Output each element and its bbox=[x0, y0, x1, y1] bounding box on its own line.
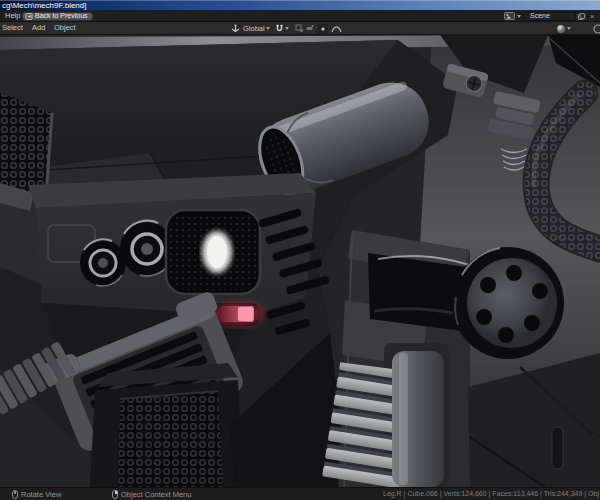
workspace-dropdown-caret[interactable] bbox=[517, 15, 521, 18]
snap-mode-icon bbox=[305, 24, 314, 33]
topbar: Help Back to Previous Scene bbox=[0, 10, 600, 22]
hint-object-context-menu: Object Context Menu bbox=[112, 488, 191, 500]
hint-rotate-view: Rotate View bbox=[12, 488, 61, 500]
mouse-middle-button-icon bbox=[12, 490, 18, 499]
clipped-icon bbox=[591, 24, 600, 34]
viewport-canvas[interactable] bbox=[0, 35, 600, 487]
menu-select[interactable]: Select bbox=[2, 22, 23, 34]
hint-context-label: Object Context Menu bbox=[121, 490, 191, 499]
orientation-label: Global bbox=[243, 23, 265, 35]
header-clipped-icon[interactable] bbox=[591, 24, 600, 34]
scene-name: Scene bbox=[530, 12, 550, 20]
window-titlebar[interactable]: cg\Mech\mech9F.blend] bbox=[0, 0, 600, 10]
workspace-icon[interactable] bbox=[504, 12, 515, 20]
mesh-light-panel bbox=[166, 210, 260, 294]
shading-widget[interactable] bbox=[556, 24, 574, 34]
falloff-curve-icon[interactable] bbox=[331, 24, 342, 33]
scene-selector: Scene × bbox=[504, 12, 596, 21]
window-title: cg\Mech\mech9F.blend] bbox=[2, 1, 87, 10]
back-arrow-icon bbox=[25, 13, 33, 20]
blender-window: cg\Mech\mech9F.blend] Help Back to Previ… bbox=[0, 0, 600, 500]
snap-toggle[interactable] bbox=[275, 24, 292, 34]
back-to-previous-button[interactable]: Back to Previous bbox=[22, 12, 93, 21]
honeycomb-box bbox=[90, 363, 243, 487]
new-scene-button[interactable] bbox=[576, 12, 588, 21]
magnet-icon bbox=[275, 24, 284, 33]
new-scene-icon bbox=[578, 13, 585, 20]
snap-target-icon bbox=[295, 24, 304, 33]
status-bar: Rotate View Object Context Menu Leg.R | … bbox=[0, 487, 600, 500]
scene-statistics: Leg.R | Cube.066 | Verts:124,660 | Faces… bbox=[383, 488, 599, 500]
scene-name-field[interactable]: Scene bbox=[524, 12, 576, 21]
proportional-editing-toggle[interactable] bbox=[317, 24, 328, 34]
shading-caret bbox=[567, 27, 571, 30]
viewport-header: Select Add Object Global bbox=[0, 22, 600, 35]
back-to-previous-label: Back to Previous bbox=[35, 12, 88, 20]
proportional-editing-widget bbox=[317, 24, 342, 34]
menu-object[interactable]: Object bbox=[54, 22, 76, 34]
orientation-caret bbox=[266, 27, 270, 30]
snap-caret bbox=[285, 27, 289, 30]
transform-orientation-widget[interactable]: Global bbox=[231, 24, 273, 34]
mouse-right-button-icon bbox=[112, 490, 118, 499]
transform-orientation-icon bbox=[231, 24, 240, 33]
hint-rotate-label: Rotate View bbox=[21, 490, 61, 499]
proportional-editing-icon bbox=[319, 25, 327, 33]
unlink-x-icon[interactable]: × bbox=[588, 12, 596, 21]
menu-add[interactable]: Add bbox=[32, 22, 45, 34]
viewport-shading-icon bbox=[556, 24, 566, 34]
menu-help[interactable]: Help bbox=[5, 10, 20, 21]
